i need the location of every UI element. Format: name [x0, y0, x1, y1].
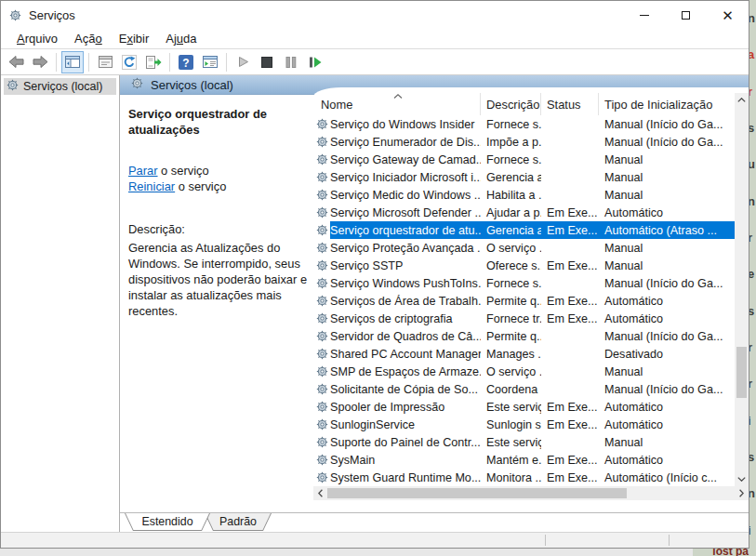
table-row[interactable]: Serviço Medic do Windows ... Habilita a …	[313, 186, 735, 204]
service-status: Em Exe...	[541, 418, 599, 431]
services-gear-icon	[7, 79, 19, 94]
table-row[interactable]: Serviço orquestrador de atu... Gerencia …	[313, 221, 735, 239]
stop-service-button[interactable]	[256, 51, 278, 73]
tab-padrao[interactable]: Padrão	[205, 513, 272, 531]
service-name: Serviço do Windows Insider	[330, 118, 481, 131]
service-status: Em Exe...	[541, 206, 599, 219]
service-description: Fornece tr...	[481, 312, 541, 325]
services-list: Nome Descrição Status Tipo de Inicializa…	[313, 87, 749, 512]
service-startup-type: Automático	[599, 295, 735, 308]
title-bar[interactable]: Serviços ✕	[1, 1, 749, 29]
service-name: Serviço Microsoft Defender ...	[330, 206, 481, 219]
table-row[interactable]: SMP de Espaços de Armaze... O serviço ..…	[313, 363, 735, 380]
service-status: Em Exe...	[541, 295, 599, 308]
help-icon: ?	[179, 55, 193, 70]
scroll-down-button[interactable]	[735, 472, 749, 486]
extended-view-button[interactable]	[199, 51, 221, 73]
refresh-button[interactable]	[118, 51, 140, 73]
scroll-right-button[interactable]	[735, 486, 749, 500]
minimize-button[interactable]	[623, 1, 665, 29]
service-gear-icon	[313, 348, 330, 360]
service-name: Serviço Windows PushToIns...	[330, 277, 481, 290]
table-row[interactable]: System Guard Runtime Mo... Monitora ... …	[313, 469, 735, 486]
stop-service-link[interactable]: Parar	[128, 164, 158, 178]
service-gear-icon	[313, 224, 330, 236]
start-service-button[interactable]	[232, 51, 254, 73]
service-status: Em Exe...	[541, 312, 599, 325]
service-name: Serviço orquestrador de atu...	[330, 224, 481, 237]
table-row[interactable]: Suporte do Painel de Contr... Este servi…	[313, 433, 735, 451]
close-icon: ✕	[722, 8, 734, 22]
status-bar-divider	[669, 535, 670, 546]
horizontal-scrollbar[interactable]	[313, 486, 749, 500]
table-row[interactable]: Shared PC Account Manager Manages ... De…	[313, 345, 735, 363]
service-description: Monitora ...	[481, 471, 541, 484]
column-header-descricao[interactable]: Descrição	[481, 93, 541, 115]
service-startup-type: Manual (Início do Ga...	[599, 136, 735, 149]
table-row[interactable]: SysMain Mantém e... Em Exe... Automático	[313, 451, 735, 469]
vertical-scrollbar[interactable]	[735, 93, 749, 486]
column-header-status[interactable]: Status	[541, 93, 599, 115]
horizontal-scroll-thumb[interactable]	[327, 488, 627, 498]
maximize-button[interactable]	[665, 1, 707, 29]
service-gear-icon	[313, 277, 330, 289]
restart-service-link[interactable]: Reiniciar	[128, 179, 175, 193]
background-window-text-strip: narsunresrrisni	[749, 0, 756, 549]
table-row[interactable]: Serviço Iniciador Microsoft i... Gerenci…	[313, 168, 735, 186]
sidebar-item-services-local[interactable]: Serviços (local)	[4, 78, 116, 95]
svg-text:?: ?	[182, 56, 189, 69]
table-row[interactable]: Serviço Windows PushToIns... Fornece s..…	[313, 274, 735, 292]
sort-ascending-icon	[393, 94, 403, 99]
service-description: Sunlogin s...	[481, 418, 541, 431]
service-startup-type: Manual (Início do Ga...	[599, 330, 735, 343]
close-button[interactable]: ✕	[707, 1, 749, 29]
band-gear-icon	[131, 77, 143, 92]
service-description: Gerencia a...	[481, 171, 541, 184]
table-row[interactable]: Serviços de criptografia Fornece tr... E…	[313, 310, 735, 327]
table-row[interactable]: Serviço Microsoft Defender ... Ajudar a …	[313, 204, 735, 221]
table-row[interactable]: Serviço Enumerador de Dis... Impõe a p..…	[313, 133, 735, 151]
table-row[interactable]: Serviço Gateway de Camad... Fornece s...…	[313, 151, 735, 168]
service-gear-icon	[313, 383, 330, 395]
table-row[interactable]: Serviço SSTP Oferece s... Em Exe... Manu…	[313, 257, 735, 274]
table-row[interactable]: Solicitante de Cópia de So... Coordena .…	[313, 380, 735, 398]
tab-estendido[interactable]: Estendido	[125, 513, 210, 531]
menu-acao[interactable]: Ação	[66, 30, 111, 47]
service-startup-type: Automático	[599, 418, 735, 431]
table-row[interactable]: Servidor de Quadros de Câ... Permite q..…	[313, 327, 735, 345]
chevron-left-icon	[318, 489, 323, 497]
service-description: Fornece s...	[481, 277, 541, 290]
scroll-up-button[interactable]	[735, 93, 749, 107]
back-button[interactable]	[5, 51, 27, 73]
scroll-left-button[interactable]	[313, 486, 327, 500]
pause-service-button[interactable]	[280, 51, 302, 73]
properties-button[interactable]	[94, 51, 116, 73]
service-description: Permite q...	[481, 295, 541, 308]
menu-arquivo[interactable]: Arquivo	[8, 30, 66, 47]
table-row[interactable]: SunloginService Sunlogin s... Em Exe... …	[313, 416, 735, 433]
vertical-scroll-thumb[interactable]	[736, 347, 747, 398]
forward-button[interactable]	[29, 51, 51, 73]
table-row[interactable]: Serviços de Área de Trabalh... Permite q…	[313, 292, 735, 310]
service-gear-icon	[313, 330, 330, 342]
menu-ajuda[interactable]: Ajuda	[157, 30, 205, 47]
service-gear-icon	[313, 206, 330, 218]
restart-service-button[interactable]	[304, 51, 326, 73]
help-button[interactable]: ?	[175, 51, 197, 73]
status-bar	[1, 532, 749, 548]
show-console-tree-button[interactable]	[61, 51, 84, 73]
menu-exibir[interactable]: Exibir	[111, 30, 158, 47]
service-gear-icon	[313, 365, 330, 377]
service-gear-icon	[313, 471, 330, 483]
service-status: Em Exe...	[541, 454, 599, 467]
service-startup-type: Manual (Início do Ga...	[599, 383, 735, 396]
description-text: Gerencia as Atualizações do Windows. Se …	[128, 240, 310, 319]
stop-link-suffix: o serviço	[158, 164, 209, 178]
column-header-tipo[interactable]: Tipo de Inicialização	[599, 93, 735, 115]
properties-icon	[99, 56, 113, 68]
table-row[interactable]: Serviço do Windows Insider Fornece s... …	[313, 115, 735, 133]
export-list-button[interactable]	[142, 51, 165, 73]
table-row[interactable]: Serviço Proteção Avançada ... O serviço …	[313, 239, 735, 257]
table-row[interactable]: Spooler de Impressão Este serviç... Em E…	[313, 398, 735, 416]
service-name: Serviço Iniciador Microsoft i...	[330, 171, 481, 184]
